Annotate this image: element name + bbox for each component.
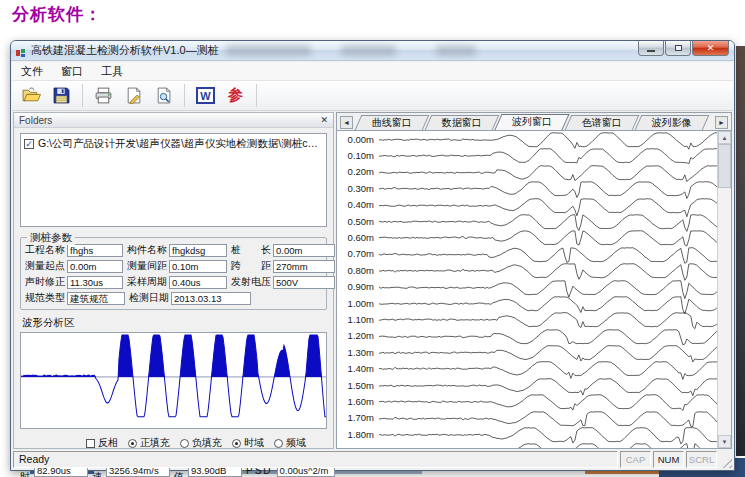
param-input[interactable]: 270mm <box>273 260 335 273</box>
tab-scroll-right-icon[interactable]: ► <box>715 116 728 129</box>
wave-train-row[interactable]: 1.10m <box>337 311 731 327</box>
depth-label: 1.20m <box>337 330 379 341</box>
param-field: 桩 长0.00m <box>231 243 335 257</box>
fill-radio-0[interactable]: 正填充 <box>128 436 170 450</box>
wave-train-row[interactable]: 1.70m <box>337 410 731 426</box>
tab-2[interactable]: 波列窗口 <box>494 114 569 130</box>
toolbar: W 参 <box>12 81 733 111</box>
file-list[interactable]: ✓ G:\公司产品设计开发\超声仪器\超声仪实地检测数据\测桩cd\cd03\c… <box>20 133 327 227</box>
resize-grip[interactable] <box>719 455 732 468</box>
domain-radio-1[interactable]: 频域 <box>274 436 306 450</box>
depth-label: 0.80m <box>337 265 379 276</box>
param-input[interactable]: 0.40us <box>169 276 227 289</box>
close-button[interactable]: ✕ <box>692 41 729 56</box>
wave-trace <box>379 164 723 180</box>
wave-train-row[interactable]: 0.10m <box>337 147 731 163</box>
glass-reflection <box>226 45 311 56</box>
tab-1[interactable]: 数据窗口 <box>425 115 500 130</box>
open-file-button[interactable] <box>19 83 44 108</box>
scroll-thumb[interactable] <box>718 144 731 188</box>
wave-train-row[interactable]: 1.30m <box>337 344 731 360</box>
maximize-button[interactable] <box>665 41 691 56</box>
fill-radio-1[interactable]: 负填充 <box>180 436 222 450</box>
wave-train-row[interactable]: 1.00m <box>337 295 731 311</box>
menu-item-0[interactable]: 文件 <box>21 64 43 79</box>
wave-train-row[interactable]: 1.20m <box>337 328 731 344</box>
title-bar[interactable]: 高铁建混凝土检测分析软件V1.0—测桩 ✕ <box>11 41 734 61</box>
parameters-button[interactable]: 参 <box>223 83 248 108</box>
open-folder-icon <box>22 87 41 104</box>
domain-radio-button[interactable] <box>232 439 241 448</box>
file-checkbox[interactable]: ✓ <box>24 139 34 149</box>
param-input[interactable]: 11.30us <box>67 276 123 289</box>
fill-radio-button[interactable] <box>180 439 189 448</box>
wave-train-row[interactable]: 1.50m <box>337 377 731 393</box>
file-item[interactable]: ✓ G:\公司产品设计开发\超声仪器\超声仪实地检测数据\测桩cd\cd03\c… <box>24 137 323 151</box>
wave-train-row[interactable]: 0.30m <box>337 180 731 196</box>
param-label: 规范类型 <box>25 291 65 305</box>
print-preview-button[interactable] <box>151 83 176 108</box>
param-field: 工程名称fhghs <box>25 243 123 257</box>
page-setup-button[interactable] <box>121 83 146 108</box>
minimize-button[interactable] <box>638 41 664 56</box>
wave-trace <box>379 180 723 196</box>
folders-close-icon[interactable]: ✕ <box>320 115 328 125</box>
domain-radio-button[interactable] <box>274 439 283 448</box>
param-input[interactable]: 2013.03.13 <box>171 292 251 305</box>
tab-label: 色谱窗口 <box>582 116 622 130</box>
param-field: 发射电压500V <box>231 275 335 289</box>
wave-train-row[interactable]: 0.50m <box>337 213 731 229</box>
tab-4[interactable]: 波列影像 <box>635 115 710 130</box>
wave-train-row[interactable]: 1.40m <box>337 360 731 376</box>
wave-trace <box>379 426 723 442</box>
save-button[interactable] <box>49 83 74 108</box>
param-input[interactable]: 0.00m <box>67 260 123 273</box>
wave-train-panel: ◄ 曲线窗口数据窗口波列窗口色谱窗口波列影像 ► 0.00m0.10m0.20m… <box>336 112 732 449</box>
param-field: 测量间距0.10m <box>127 259 227 273</box>
wave-train-row[interactable]: 1.60m <box>337 393 731 409</box>
param-field: 声时修正11.30us <box>25 275 123 289</box>
print-button[interactable] <box>91 83 116 108</box>
scroll-down-icon[interactable]: ▼ <box>718 435 731 448</box>
tab-0[interactable]: 曲线窗口 <box>355 115 430 130</box>
word-export-button[interactable]: W <box>193 83 218 108</box>
wave-train-row[interactable]: 1.80m <box>337 426 731 442</box>
wave-train-row[interactable]: 0.20m <box>337 164 731 180</box>
param-input[interactable]: 建筑规范 <box>67 292 125 305</box>
wave-train-row[interactable]: 0.90m <box>337 279 731 295</box>
wave-trace <box>379 197 723 213</box>
invert-checkbox[interactable] <box>86 439 95 448</box>
param-field: 采样周期0.40us <box>127 275 227 289</box>
tab-label: 波列窗口 <box>512 115 552 129</box>
tab-label: 波列影像 <box>652 116 692 130</box>
page-title: 分析软件： <box>12 3 102 26</box>
param-input[interactable]: 0.10m <box>169 260 227 273</box>
wave-train-row[interactable] <box>337 442 731 448</box>
save-icon <box>53 87 70 104</box>
menu-item-1[interactable]: 窗口 <box>61 64 83 79</box>
fill-radio-button[interactable] <box>128 439 137 448</box>
invert-checkbox-group[interactable]: 反相 <box>86 436 118 450</box>
wave-train-row[interactable]: 0.80m <box>337 262 731 278</box>
param-input[interactable]: 0.00m <box>273 244 335 257</box>
param-field: 测量起点0.00m <box>25 259 123 273</box>
depth-label: 1.40m <box>337 363 379 374</box>
file-path: G:\公司产品设计开发\超声仪器\超声仪实地检测数据\测桩cd\cd03\cd0… <box>38 137 323 151</box>
menu-item-2[interactable]: 工具 <box>101 64 123 79</box>
param-input[interactable]: fhghs <box>67 244 123 257</box>
domain-radio-0[interactable]: 时域 <box>232 436 264 450</box>
param-input[interactable]: fhgkdsg <box>169 244 227 257</box>
waveform-analysis-plot <box>20 332 327 429</box>
wave-train-row[interactable]: 0.60m <box>337 229 731 245</box>
wave-train-row[interactable]: 0.70m <box>337 246 731 262</box>
param-label: 声时修正 <box>25 275 65 289</box>
depth-label: 0.40m <box>337 199 379 210</box>
tab-3[interactable]: 色谱窗口 <box>565 115 640 130</box>
scroll-up-icon[interactable]: ▲ <box>718 131 731 144</box>
wave-train-row[interactable]: 0.00m <box>337 131 731 147</box>
wave-trace <box>379 360 723 376</box>
param-input[interactable]: 500V <box>273 276 335 289</box>
wave-train-row[interactable]: 0.40m <box>337 197 731 213</box>
tab-scroll-left-icon[interactable]: ◄ <box>340 116 353 129</box>
vertical-scrollbar[interactable]: ▲ ▼ <box>717 131 731 448</box>
